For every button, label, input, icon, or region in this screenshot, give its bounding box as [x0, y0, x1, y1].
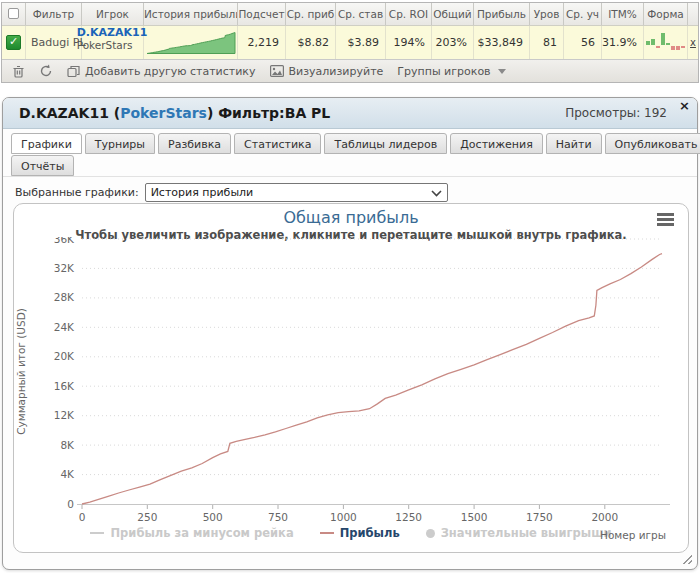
level-value: 81	[530, 26, 564, 59]
tab-Статистика[interactable]: Статистика	[234, 133, 321, 154]
svg-text:28K: 28K	[54, 291, 75, 303]
col-avg-profit[interactable]: Ср. приб	[286, 3, 336, 25]
forma-cell	[644, 26, 688, 59]
tabs-row-2: Отчёты	[11, 155, 697, 176]
profit-sparkline	[146, 30, 236, 56]
add-stat-label: Добавить другую статистику	[85, 65, 256, 78]
image-icon	[270, 65, 284, 77]
svg-text:0: 0	[79, 511, 86, 523]
col-avg-entrants[interactable]: Ср. уч	[564, 3, 602, 25]
chart-legend: Прибыль за минусом рейкаПрибыльЗначитель…	[14, 526, 688, 540]
copy-icon	[67, 65, 80, 78]
panel-title-site: PokerStars	[120, 105, 207, 121]
col-filter[interactable]: Фильтр	[26, 3, 82, 25]
legend-item-Значительные выигрыши[interactable]: Значительные выигрыши	[426, 526, 612, 540]
graph-select-dropdown[interactable]: История прибыли	[145, 183, 448, 202]
xaxis-title: Номер игры	[600, 529, 666, 541]
profit-line	[82, 254, 662, 504]
visualize-button[interactable]: Визуализируйте	[270, 65, 384, 78]
chart-menu-button[interactable]	[657, 213, 674, 228]
stats-table-header: Фильтр Игрок История прибыли Подсчет Ср.…	[2, 3, 698, 25]
tabs-bar: ГрафикиТурнирыРазбивкаСтатистикаТаблицы …	[3, 129, 697, 177]
stats-table: Фильтр Игрок История прибыли Подсчет Ср.…	[1, 2, 699, 83]
col-forma[interactable]: Форма	[644, 3, 688, 25]
panel-header: D.KAZAK11 (PokerStars) Фильтр:BA PL Прос…	[3, 98, 697, 129]
svg-text:0: 0	[67, 498, 74, 510]
svg-text:2000: 2000	[591, 511, 618, 523]
legend-item-Прибыль за минусом рейка[interactable]: Прибыль за минусом рейка	[90, 526, 293, 540]
row-checkbox-cell[interactable]: ✓	[2, 26, 26, 59]
svg-text:24K: 24K	[54, 321, 75, 333]
chart-title: Общая прибыль	[14, 208, 688, 227]
avg-roi-value: 194%	[386, 26, 432, 59]
delete-button[interactable]	[12, 64, 25, 78]
tab-Турниры[interactable]: Турниры	[85, 133, 155, 154]
refresh-icon	[39, 64, 53, 78]
tabs-row-1: ГрафикиТурнирыРазбивкаСтатистикаТаблицы …	[11, 133, 697, 154]
header-checkbox-cell[interactable]	[2, 3, 26, 25]
legend-dot-swatch	[426, 529, 435, 538]
avg-stake-value: $3.89	[336, 26, 386, 59]
chevron-down-icon	[431, 190, 442, 197]
svg-text:1000: 1000	[330, 511, 357, 523]
select-all-checkbox[interactable]	[8, 8, 19, 19]
refresh-button[interactable]	[39, 64, 53, 78]
col-profit[interactable]: Прибыль	[474, 3, 530, 25]
table-row: ✓ Badugi PL D.KAZAK11 PokerStars 2,219 $…	[2, 25, 698, 59]
col-itm[interactable]: ITM%	[602, 3, 644, 25]
col-spacer	[688, 3, 698, 25]
trash-icon	[12, 64, 25, 78]
views-counter: Просмотры: 192	[565, 106, 667, 120]
graph-select-row: Выбранные графики: История прибыли	[3, 177, 697, 202]
svg-text:8K: 8K	[60, 439, 75, 451]
remove-row-cell[interactable]: x	[688, 26, 698, 59]
svg-text:Суммарный итог (USD): Суммарный итог (USD)	[15, 308, 27, 435]
resize-grip[interactable]	[681, 553, 692, 564]
player-detail-panel: × D.KAZAK11 (PokerStars) Фильтр:BA PL Пр…	[2, 97, 698, 570]
legend-item-Прибыль[interactable]: Прибыль	[320, 526, 400, 540]
tab-Графики[interactable]: Графики	[11, 133, 82, 154]
itm-value: 31.9%	[602, 26, 644, 59]
svg-text:1250: 1250	[395, 511, 422, 523]
col-total[interactable]: Общий	[432, 3, 474, 25]
legend-line-swatch	[320, 532, 334, 534]
add-stat-button[interactable]: Добавить другую статистику	[67, 65, 256, 78]
count-value: 2,219	[238, 26, 286, 59]
player-groups-button[interactable]: Группы игроков	[397, 65, 505, 78]
col-profit-history[interactable]: История прибыли	[144, 3, 238, 25]
profit-history-cell	[144, 26, 238, 59]
player-cell: D.KAZAK11 PokerStars	[82, 26, 144, 59]
tab-Опубликовать[interactable]: Опубликовать	[605, 133, 700, 154]
svg-text:20K: 20K	[54, 350, 75, 362]
tab-Таблицы лидеров[interactable]: Таблицы лидеров	[324, 133, 447, 154]
profit-chart-svg[interactable]: 04K8K12K16K20K24K28K32K36K02505007501000…	[14, 237, 688, 527]
player-link[interactable]: D.KAZAK11	[77, 26, 148, 39]
selected-graphs-label: Выбранные графики:	[15, 186, 139, 199]
avg-entrants-value: 56	[564, 26, 602, 59]
col-avg-roi[interactable]: Ср. ROI	[386, 3, 432, 25]
tab-Отчёты[interactable]: Отчёты	[11, 155, 74, 176]
col-level[interactable]: Уров	[530, 3, 564, 25]
tab-Достижения[interactable]: Достижения	[450, 133, 543, 154]
tab-Найти[interactable]: Найти	[546, 133, 602, 154]
col-count[interactable]: Подсчет	[238, 3, 286, 25]
graph-select-value: История прибыли	[151, 186, 254, 199]
player-site-label: PokerStars	[77, 39, 148, 52]
svg-text:32K: 32K	[54, 262, 75, 274]
remove-row-link[interactable]: x	[690, 37, 696, 48]
legend-line-swatch	[90, 532, 104, 534]
svg-text:36K: 36K	[54, 237, 75, 245]
svg-text:4K: 4K	[60, 468, 75, 480]
filter-value: Badugi PL	[26, 26, 82, 59]
tab-Разбивка[interactable]: Разбивка	[158, 133, 231, 154]
row-checkbox[interactable]: ✓	[6, 35, 21, 50]
panel-close-button[interactable]: ×	[679, 100, 690, 112]
visualize-label: Визуализируйте	[289, 65, 384, 78]
forma-mini-chart	[646, 30, 685, 56]
svg-text:1750: 1750	[526, 511, 553, 523]
chevron-down-icon	[498, 69, 506, 74]
table-toolbar: Добавить другую статистику Визуализируйт…	[2, 59, 698, 82]
player-groups-label: Группы игроков	[397, 65, 490, 78]
col-avg-stake[interactable]: Ср. став	[336, 3, 386, 25]
col-player[interactable]: Игрок	[82, 3, 144, 25]
